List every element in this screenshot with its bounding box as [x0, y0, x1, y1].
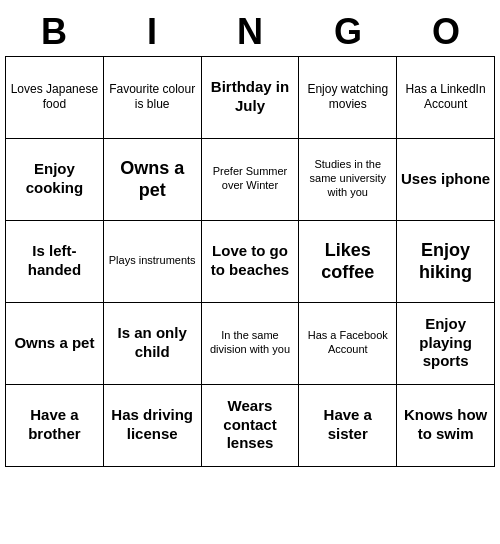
header-g: G: [299, 8, 397, 56]
cell-r4-c1[interactable]: Has driving license: [104, 385, 202, 467]
header-i: I: [103, 8, 201, 56]
cell-r3-c1[interactable]: Is an only child: [104, 303, 202, 385]
cell-r0-c1[interactable]: Favourite colour is blue: [104, 57, 202, 139]
cell-r1-c2[interactable]: Prefer Summer over Winter: [202, 139, 300, 221]
cell-r2-c0[interactable]: Is left-handed: [6, 221, 104, 303]
cell-r1-c3[interactable]: Studies in the same university with you: [299, 139, 397, 221]
cell-r2-c4[interactable]: Enjoy hiking: [397, 221, 495, 303]
cell-r2-c3[interactable]: Likes coffee: [299, 221, 397, 303]
header-b: B: [5, 8, 103, 56]
cell-r4-c3[interactable]: Have a sister: [299, 385, 397, 467]
bingo-header: B I N G O: [5, 8, 495, 56]
cell-r0-c4[interactable]: Has a LinkedIn Account: [397, 57, 495, 139]
cell-r0-c0[interactable]: Loves Japanese food: [6, 57, 104, 139]
cell-r4-c0[interactable]: Have a brother: [6, 385, 104, 467]
cell-r1-c0[interactable]: Enjoy cooking: [6, 139, 104, 221]
cell-r4-c4[interactable]: Knows how to swim: [397, 385, 495, 467]
cell-r3-c3[interactable]: Has a Facebook Account: [299, 303, 397, 385]
cell-r4-c2[interactable]: Wears contact lenses: [202, 385, 300, 467]
cell-r2-c2[interactable]: Love to go to beaches: [202, 221, 300, 303]
cell-r3-c4[interactable]: Enjoy playing sports: [397, 303, 495, 385]
cell-r0-c3[interactable]: Enjoy watching movies: [299, 57, 397, 139]
cell-r3-c0[interactable]: Owns a pet: [6, 303, 104, 385]
cell-r0-c2[interactable]: Birthday in July: [202, 57, 300, 139]
cell-r2-c1[interactable]: Plays instruments: [104, 221, 202, 303]
bingo-grid: Loves Japanese foodFavourite colour is b…: [5, 56, 495, 467]
bingo-card: B I N G O Loves Japanese foodFavourite c…: [5, 8, 495, 467]
header-n: N: [201, 8, 299, 56]
cell-r1-c4[interactable]: Uses iphone: [397, 139, 495, 221]
cell-r1-c1[interactable]: Owns a pet: [104, 139, 202, 221]
cell-r3-c2[interactable]: In the same division with you: [202, 303, 300, 385]
header-o: O: [397, 8, 495, 56]
